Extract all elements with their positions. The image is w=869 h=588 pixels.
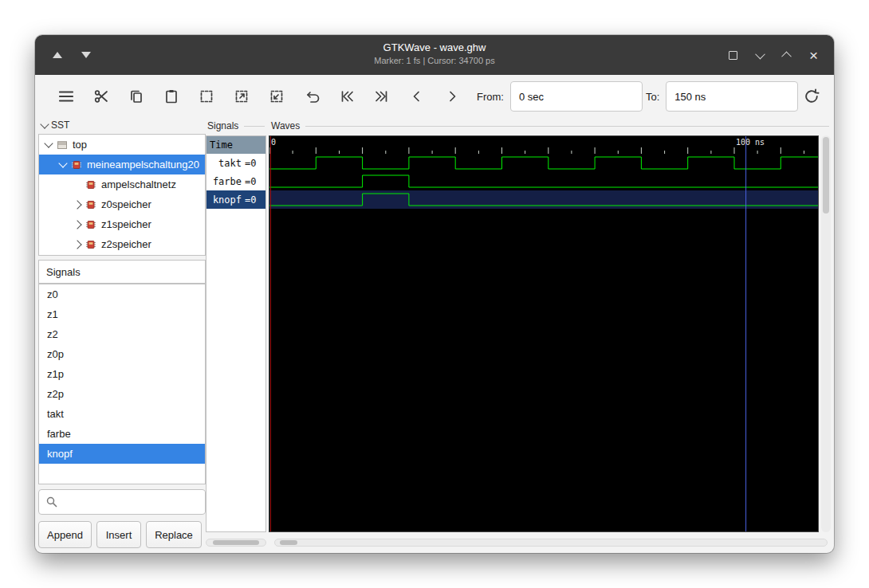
signal-value: =0 [245, 158, 256, 169]
cut-button[interactable] [88, 83, 115, 110]
zoom-out-icon [269, 88, 285, 104]
menu-icon [57, 88, 75, 105]
marker-cursor-status: Marker: 1 fs | Cursor: 34700 ps [155, 56, 714, 65]
replace-button[interactable]: Replace [146, 521, 202, 548]
list-item-z1p[interactable]: z1p [39, 364, 205, 384]
scissors-icon [93, 88, 109, 104]
tree-item-z1speicher[interactable]: z1speicher [39, 214, 205, 234]
reload-icon [803, 88, 820, 105]
tree-item-ampelschaltnetz[interactable]: ampelschaltnetz [39, 174, 205, 194]
search-icon [45, 496, 58, 508]
skip-to-start-button[interactable] [333, 83, 360, 110]
skip-to-end-button[interactable] [368, 83, 395, 110]
scrollbar-thumb[interactable] [823, 137, 829, 214]
expander-down-icon[interactable] [58, 159, 67, 167]
tree-item-z2speicher[interactable]: z2speicher [39, 234, 205, 254]
values-panel: Time takt =0 farbe =0 knopf =0 [206, 135, 266, 532]
list-item-z0p[interactable]: z0p [39, 344, 205, 364]
wave-canvas[interactable]: 0100 ns [269, 135, 819, 532]
paste-button[interactable] [158, 83, 185, 110]
list-item-z1[interactable]: z1 [39, 304, 205, 324]
arrow-down-icon[interactable] [81, 52, 91, 58]
zoom-in-icon [234, 88, 250, 104]
undo-button[interactable] [298, 83, 325, 110]
signal-name: knopf [206, 194, 242, 206]
scrollbar-thumb[interactable] [213, 540, 259, 545]
zoom-fit-button[interactable] [193, 83, 220, 110]
menu-button[interactable] [53, 83, 80, 110]
reload-button[interactable] [798, 83, 825, 110]
close-icon[interactable]: × [809, 48, 818, 63]
skip-to-start-icon [339, 88, 355, 104]
copy-button[interactable] [123, 83, 150, 110]
value-row-takt[interactable]: takt =0 [206, 154, 265, 172]
value-row-farbe[interactable]: farbe =0 [206, 172, 265, 190]
expander-down-icon[interactable] [44, 139, 53, 147]
waves-vertical-scrollbar[interactable] [821, 135, 831, 532]
arrow-up-icon[interactable] [53, 52, 62, 58]
divider [244, 126, 265, 127]
signal-name: takt [206, 158, 242, 169]
append-button[interactable]: Append [38, 521, 92, 548]
expander-right-icon[interactable] [73, 200, 81, 209]
chip-icon [85, 219, 96, 230]
step-back-button[interactable] [403, 83, 431, 110]
chevron-down-icon[interactable] [755, 49, 765, 59]
expander-right-icon[interactable] [73, 240, 81, 249]
tree-item-top[interactable]: top [39, 135, 205, 155]
tree-item-label: z1speicher [101, 218, 151, 230]
chip-icon [85, 239, 96, 250]
waves-horizontal-scrollbar[interactable] [274, 539, 828, 547]
window-title: GTKWave - wave.ghw [155, 41, 714, 53]
svg-text:100 ns: 100 ns [736, 138, 765, 147]
list-item-z2[interactable]: z2 [39, 324, 205, 344]
time-column-header[interactable]: Time [206, 136, 265, 154]
expander-right-icon[interactable] [73, 220, 81, 229]
waves-panel-header: Waves [271, 120, 829, 131]
undo-icon [304, 88, 320, 104]
sst-header[interactable]: SST [41, 120, 69, 131]
signal-value: =0 [245, 194, 256, 206]
step-forward-button[interactable] [438, 83, 466, 110]
tree-item-meineampelschaltung20[interactable]: meineampelschaltung20 [39, 155, 205, 174]
chevron-left-icon [409, 88, 425, 104]
list-item-label: knopf [47, 448, 73, 460]
chevron-up-icon[interactable] [781, 51, 792, 61]
chevron-right-icon [444, 88, 460, 104]
expander-spacer [74, 182, 81, 188]
sst-tree: top meineampelschaltung20 ampelschaltnet… [38, 134, 206, 256]
chip-icon [71, 159, 82, 171]
from-input[interactable] [510, 81, 643, 112]
list-item-takt[interactable]: takt [39, 404, 205, 424]
list-item-label: z2p [47, 388, 64, 400]
list-item-z2p[interactable]: z2p [39, 384, 205, 404]
list-item-z0[interactable]: z0 [39, 284, 205, 304]
sst-title: SST [51, 120, 69, 131]
values-panel-title: Signals [207, 120, 238, 131]
list-item-label: z0p [47, 348, 64, 360]
gtkwave-window: GTKWave - wave.ghw Marker: 1 fs | Cursor… [35, 35, 834, 553]
to-input[interactable] [666, 81, 798, 112]
scrollbar-thumb[interactable] [280, 540, 297, 545]
signal-value: =0 [245, 176, 256, 187]
value-row-knopf[interactable]: knopf =0 [206, 190, 265, 209]
values-horizontal-scrollbar[interactable] [206, 539, 266, 547]
paste-icon [163, 88, 179, 104]
list-item-label: farbe [47, 428, 71, 440]
tree-item-z0speicher[interactable]: z0speicher [39, 194, 205, 214]
to-label: To: [646, 91, 659, 103]
list-item-label: takt [47, 408, 64, 420]
list-item-farbe[interactable]: farbe [39, 424, 205, 444]
restore-icon[interactable] [729, 51, 737, 60]
titlebar[interactable]: GTKWave - wave.ghw Marker: 1 fs | Cursor… [35, 35, 834, 75]
zoom-in-button[interactable] [228, 83, 255, 110]
insert-button[interactable]: Insert [96, 521, 141, 548]
collapse-icon[interactable] [40, 120, 49, 128]
zoom-fit-icon [199, 88, 214, 104]
list-item-label: z2 [47, 328, 58, 340]
list-item-knopf[interactable]: knopf [39, 444, 205, 464]
search-input[interactable] [63, 492, 205, 512]
tree-item-label: top [73, 139, 87, 151]
zoom-out-button[interactable] [263, 83, 290, 110]
copy-icon [128, 88, 144, 104]
